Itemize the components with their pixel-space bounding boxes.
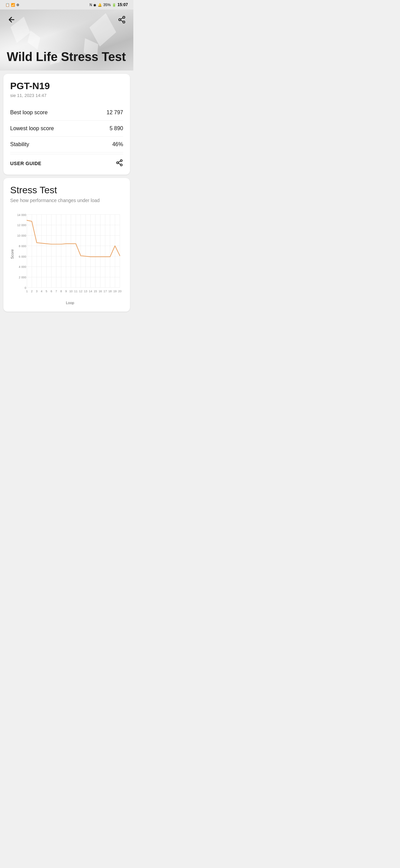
wifi-icon: 📶	[11, 3, 15, 7]
svg-text:1: 1	[26, 290, 28, 293]
user-guide-label: USER GUIDE	[10, 161, 41, 166]
svg-text:14 000: 14 000	[17, 213, 26, 217]
svg-text:8 000: 8 000	[19, 244, 26, 248]
svg-line-4	[121, 18, 123, 19]
device-date: sie 11, 2023 14:47	[10, 93, 123, 98]
svg-line-3	[121, 20, 123, 22]
svg-text:16: 16	[99, 290, 102, 293]
result-card: PGT-N19 sie 11, 2023 14:47 Best loop sco…	[3, 74, 130, 175]
lowest-loop-value: 5 890	[110, 125, 123, 132]
hero-title-container: Wild Life Stress Test	[7, 50, 127, 64]
best-loop-row: Best loop score 12 797	[10, 105, 123, 121]
svg-text:2 000: 2 000	[19, 276, 26, 279]
hero-section: Wild Life Stress Test	[0, 9, 133, 71]
svg-text:18: 18	[108, 290, 112, 293]
svg-line-9	[118, 161, 120, 162]
location-icon: ◉	[93, 3, 96, 7]
status-left-icons: 📋 📶 ⚙	[5, 3, 19, 7]
stress-test-card: Stress Test See how performance changes …	[3, 178, 130, 312]
battery-percent: 35%	[103, 3, 111, 7]
status-right-icons: N ◉ 🔔 35% 🔋 15:07	[90, 2, 128, 7]
svg-text:8: 8	[60, 290, 62, 293]
svg-text:15: 15	[94, 290, 97, 293]
svg-text:6: 6	[51, 290, 52, 293]
user-guide-share-icon[interactable]	[116, 159, 123, 168]
svg-text:3: 3	[36, 290, 38, 293]
svg-text:10: 10	[69, 290, 73, 293]
svg-text:0: 0	[24, 286, 26, 290]
chart-svg: 14 000 12 000 10 000 8 000 6 000 4 000 2…	[17, 211, 123, 299]
share-button[interactable]	[116, 14, 128, 26]
settings-icon: ⚙	[16, 3, 19, 7]
svg-text:12 000: 12 000	[17, 223, 26, 227]
back-button[interactable]	[5, 14, 18, 26]
nav-bar	[0, 9, 133, 30]
y-axis-label: Score	[10, 249, 14, 259]
lowest-loop-row: Lowest loop score 5 890	[10, 121, 123, 137]
user-guide-row[interactable]: USER GUIDE	[10, 154, 123, 168]
chart-container: Score 14 000	[10, 211, 123, 305]
svg-text:17: 17	[103, 290, 107, 293]
svg-text:9: 9	[65, 290, 67, 293]
stability-row: Stability 46%	[10, 137, 123, 153]
svg-text:5: 5	[46, 290, 47, 293]
chart-area: 14 000 12 000 10 000 8 000 6 000 4 000 2…	[17, 211, 123, 305]
status-time: 15:07	[117, 2, 128, 7]
stress-test-title: Stress Test	[10, 185, 123, 196]
page-title: Wild Life Stress Test	[7, 50, 127, 64]
notification-icon: 📋	[5, 3, 9, 7]
device-name: PGT-N19	[10, 81, 123, 92]
nfc-icon: N	[90, 3, 92, 7]
x-axis-label: Loop	[17, 301, 123, 305]
battery-icon: 🔋	[112, 3, 116, 7]
svg-text:14: 14	[89, 290, 92, 293]
svg-text:13: 13	[84, 290, 87, 293]
svg-text:10 000: 10 000	[17, 234, 26, 237]
svg-text:11: 11	[74, 290, 78, 293]
svg-text:2: 2	[31, 290, 33, 293]
svg-text:12: 12	[79, 290, 82, 293]
lowest-loop-label: Lowest loop score	[10, 125, 54, 132]
stability-label: Stability	[10, 141, 29, 147]
best-loop-value: 12 797	[107, 110, 123, 116]
svg-text:4 000: 4 000	[19, 265, 26, 269]
mute-icon: 🔔	[98, 3, 102, 7]
stability-value: 46%	[112, 141, 123, 147]
svg-text:7: 7	[55, 290, 57, 293]
best-loop-label: Best loop score	[10, 110, 47, 116]
svg-text:4: 4	[41, 290, 42, 293]
svg-line-8	[118, 163, 120, 164]
stress-test-subtitle: See how performance changes under load	[10, 198, 123, 203]
svg-text:6 000: 6 000	[19, 255, 26, 258]
status-bar: 📋 📶 ⚙ N ◉ 🔔 35% 🔋 15:07	[0, 0, 133, 9]
svg-text:19: 19	[113, 290, 117, 293]
svg-text:20: 20	[118, 290, 121, 293]
